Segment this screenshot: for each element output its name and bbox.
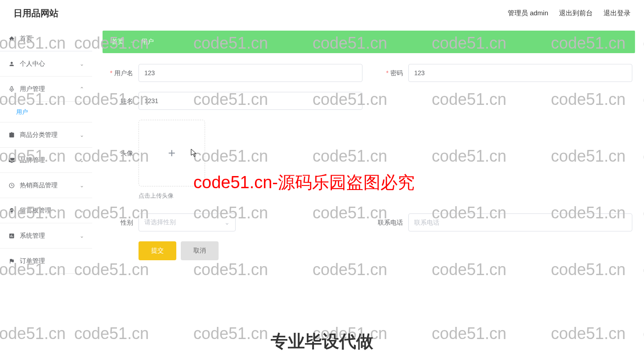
sidebar-label: 用户管理 xyxy=(20,85,45,93)
home-icon xyxy=(8,35,15,42)
chevron-down-icon: ⌄ xyxy=(224,219,230,226)
bottom-banner: 专业毕设代做 xyxy=(0,330,644,353)
phone-input[interactable] xyxy=(408,213,632,231)
watermark: code51.cn xyxy=(193,324,268,343)
mic-icon xyxy=(8,86,15,93)
user-icon xyxy=(8,60,15,68)
main-content: 首页 → 用户 用户名 密码 姓名 头像 xyxy=(103,31,635,271)
avatar-label: 头像 xyxy=(103,120,139,186)
watermark: code51.cn xyxy=(313,324,387,343)
chart-icon xyxy=(8,232,15,240)
username-input[interactable] xyxy=(139,64,362,82)
plus-icon: + xyxy=(168,146,175,160)
chevron-down-icon: ⌄ xyxy=(80,208,84,214)
sidebar-item-home[interactable]: 首页 xyxy=(0,26,92,51)
watermark: code51.cn xyxy=(74,324,149,343)
breadcrumb-sep: → xyxy=(130,38,136,45)
sidebar-item-user-mgmt[interactable]: 用户管理 ⌃ xyxy=(0,77,92,102)
exit-login-link[interactable]: 退出登录 xyxy=(604,9,631,18)
watermark: code51.cn xyxy=(432,324,506,343)
site-title: 日用品网站 xyxy=(13,7,58,19)
username-label: 用户名 xyxy=(103,64,139,82)
svg-rect-0 xyxy=(11,86,13,90)
name-input[interactable] xyxy=(139,92,362,110)
password-input[interactable] xyxy=(408,64,632,82)
sidebar-item-order[interactable]: 订单管理 xyxy=(0,249,92,274)
sidebar-label: 热销商品管理 xyxy=(20,181,58,190)
sidebar-label: 首页 xyxy=(20,35,32,43)
header-right: 管理员 admin 退出到前台 退出登录 xyxy=(508,9,631,18)
sidebar-subitem-user[interactable]: 用户 xyxy=(0,102,92,122)
breadcrumb-home[interactable]: 首页 xyxy=(112,38,124,46)
avatar-hint: 点击上传头像 xyxy=(139,192,205,200)
monitor-icon xyxy=(8,157,15,164)
sidebar-item-system[interactable]: 系统管理 ⌄ xyxy=(0,223,92,249)
chevron-down-icon: ⌄ xyxy=(80,132,84,138)
sidebar-item-message[interactable]: 留言板管理 ⌄ xyxy=(0,198,92,223)
chevron-down-icon: ⌄ xyxy=(80,157,84,163)
name-label: 姓名 xyxy=(103,92,139,110)
chevron-up-icon: ⌃ xyxy=(80,86,84,92)
sidebar-label: 个人中心 xyxy=(20,60,45,68)
breadcrumb-current: 用户 xyxy=(141,38,154,46)
sidebar: 首页 个人中心 ⌄ 用户管理 ⌃ 用户 商品分类管理 ⌄ 品牌管理 ⌄ 热销商品… xyxy=(0,26,92,274)
sidebar-item-hot[interactable]: 热销商品管理 ⌄ xyxy=(0,173,92,198)
gender-label: 性别 xyxy=(103,213,139,231)
sidebar-label: 订单管理 xyxy=(20,257,45,265)
breadcrumb: 首页 → 用户 xyxy=(103,31,635,53)
sidebar-item-category[interactable]: 商品分类管理 ⌄ xyxy=(0,122,92,148)
chevron-down-icon: ⌄ xyxy=(80,233,84,239)
avatar-upload[interactable]: + xyxy=(139,120,205,186)
admin-label[interactable]: 管理员 admin xyxy=(508,9,548,18)
sidebar-label: 商品分类管理 xyxy=(20,131,58,139)
gender-select[interactable]: 请选择性别 ⌄ xyxy=(139,213,236,231)
exit-home-link[interactable]: 退出到前台 xyxy=(559,9,593,18)
bulb-icon xyxy=(8,207,15,214)
watermark: code51.cn xyxy=(551,324,626,343)
dashboard-icon xyxy=(8,182,15,189)
sidebar-item-personal[interactable]: 个人中心 ⌄ xyxy=(0,51,92,77)
sidebar-label: 留言板管理 xyxy=(20,207,51,215)
header: 日用品网站 管理员 admin 退出到前台 退出登录 xyxy=(0,0,644,26)
clipboard-icon xyxy=(8,131,15,139)
form-area: 用户名 密码 姓名 头像 + 点击上传头像 xyxy=(103,53,635,271)
chevron-down-icon: ⌄ xyxy=(80,182,84,189)
sidebar-item-brand[interactable]: 品牌管理 ⌄ xyxy=(0,148,92,173)
chevron-down-icon: ⌄ xyxy=(80,61,84,67)
cancel-button[interactable]: 取消 xyxy=(181,241,219,260)
phone-label: 联系电话 xyxy=(372,213,408,231)
gender-placeholder: 请选择性别 xyxy=(144,218,176,226)
watermark: code51.cn xyxy=(0,324,66,343)
flag-icon xyxy=(8,258,15,265)
sidebar-label: 品牌管理 xyxy=(20,156,45,164)
sidebar-label: 系统管理 xyxy=(20,232,45,240)
password-label: 密码 xyxy=(372,64,408,82)
submit-button[interactable]: 提交 xyxy=(139,241,176,260)
